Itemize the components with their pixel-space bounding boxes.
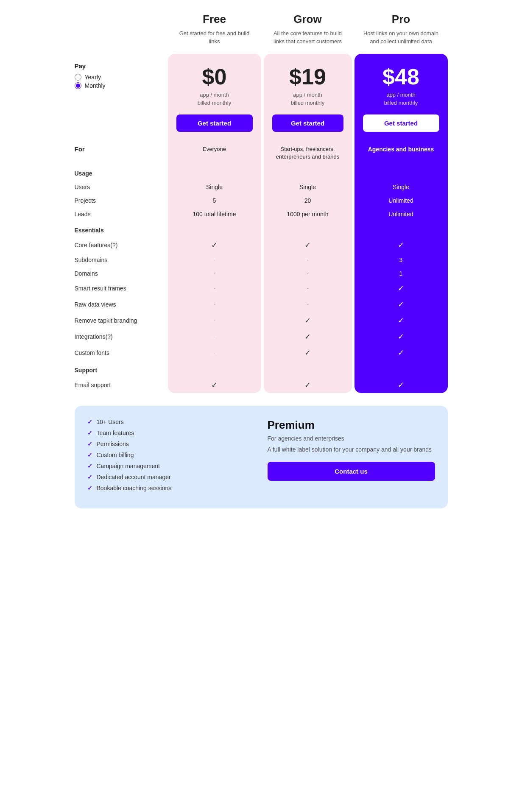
monthly-radio[interactable] [75,82,81,89]
free-price-col: $0 app / monthbilled monthly Get started [168,54,261,139]
grow-price-col: $19 app / monthbilled monthly Get starte… [264,54,352,139]
free-row-val: 5 [168,194,261,207]
pro-row-val: ✓ [355,280,448,296]
check-icon: ✓ [87,485,92,491]
pro-row-val: 3 [355,253,448,267]
yearly-label[interactable]: Yearly [85,74,101,81]
free-row-val: ✓ [168,377,261,393]
row-label: Core features(?) [75,237,168,253]
free-row-val [168,221,261,237]
check-icon: ✓ [87,474,92,480]
pro-row-val [355,164,448,180]
pro-row-val [355,361,448,377]
pro-for-val: Agencies and business [355,140,448,164]
feature-label: Campaign management [97,463,160,469]
pro-plan-header: Pro Host links on your own domain and co… [355,8,448,50]
free-row-val: - [168,267,261,280]
row-label: Leads [75,207,168,221]
pro-row-val: ✓ [355,345,448,361]
table-row: Usage [75,164,448,180]
free-row-val [168,164,261,180]
row-label: Integrations(?) [75,329,168,345]
pro-plan-name: Pro [361,13,441,26]
feature-label: Team features [97,430,134,436]
grow-plan-desc: All the core features to build links tha… [274,30,342,45]
row-label: Projects [75,194,168,207]
list-item: ✓Custom billing [87,452,255,458]
contact-us-button[interactable]: Contact us [268,462,435,481]
table-row: Custom fonts-✓✓ [75,345,448,361]
row-label: Subdomains [75,253,168,267]
table-row: Email support✓✓✓ [75,377,448,393]
table-row: Domains--1 [75,267,448,280]
grow-billing: app / monthbilled monthly [272,91,343,106]
grow-row-val: ✓ [264,345,352,361]
table-row: Subdomains--3 [75,253,448,267]
table-row: Core features(?)✓✓✓ [75,237,448,253]
free-row-val: ✓ [168,237,261,253]
pro-row-val: Single [355,180,448,194]
feature-label: Permissions [97,441,129,447]
row-label: Essentials [75,221,168,237]
grow-for-val: Start-ups, freelancers, enterpreneurs an… [264,140,352,164]
check-icon: ✓ [87,452,92,458]
row-label: Smart result frames [75,280,168,296]
grow-row-val: ✓ [264,313,352,329]
table-row: Smart result frames--✓ [75,280,448,296]
table-row: Remove tapkit branding-✓✓ [75,313,448,329]
pro-row-val: 1 [355,267,448,280]
list-item: ✓Permissions [87,441,255,447]
premium-right: Premium For agencies and enterprises A f… [268,419,435,496]
free-plan-header: Free Get started for free and build link… [168,8,261,50]
grow-row-val: - [264,253,352,267]
check-icon: ✓ [87,419,92,425]
grow-price: $19 [272,64,343,89]
row-label: Email support [75,377,168,393]
premium-title: Premium [268,419,435,432]
free-price: $0 [176,64,253,89]
grow-get-started-button[interactable]: Get started [272,114,343,132]
grow-plan-name: Grow [268,13,348,26]
free-plan-desc: Get started for free and build links [179,30,249,45]
check-icon: ✓ [87,441,92,447]
grow-row-val [264,221,352,237]
monthly-radio-group[interactable]: Monthly [75,82,164,89]
free-row-val: Single [168,180,261,194]
free-row-val: - [168,345,261,361]
free-row-val: - [168,296,261,313]
grow-plan-header: Grow All the core features to build link… [261,8,355,50]
free-row-val: - [168,313,261,329]
row-label: Raw data views [75,296,168,313]
table-row: Raw data views--✓ [75,296,448,313]
list-item: ✓Dedicated account manager [87,474,255,480]
pro-get-started-button[interactable]: Get started [363,114,439,132]
feature-label: Bookable coaching sessions [97,485,172,491]
yearly-radio-group[interactable]: Yearly [75,74,164,81]
feature-label: Dedicated account manager [97,474,171,480]
free-for-val: Everyone [168,140,261,164]
premium-tagline: For agencies and enterprises [268,435,435,442]
pay-section: Pay Yearly Monthly [75,54,168,91]
table-row: Projects520Unlimited [75,194,448,207]
free-row-val [168,361,261,377]
check-icon: ✓ [87,430,92,436]
monthly-label[interactable]: Monthly [85,82,106,89]
pro-price: $48 [363,64,439,89]
free-row-val: 100 total lifetime [168,207,261,221]
row-label: Remove tapkit branding [75,313,168,329]
grow-row-val: ✓ [264,237,352,253]
free-plan-name: Free [174,13,255,26]
grow-row-val: 20 [264,194,352,207]
grow-row-val: - [264,267,352,280]
grow-row-val: - [264,296,352,313]
pro-row-val: ✓ [355,296,448,313]
grow-row-val: ✓ [264,329,352,345]
pro-row-val: Unlimited [355,194,448,207]
free-row-val: - [168,329,261,345]
grow-row-val: - [264,280,352,296]
free-get-started-button[interactable]: Get started [176,114,253,132]
yearly-radio[interactable] [75,74,81,81]
list-item: ✓Campaign management [87,463,255,469]
pro-row-val: ✓ [355,237,448,253]
pay-label: Pay [75,62,164,70]
